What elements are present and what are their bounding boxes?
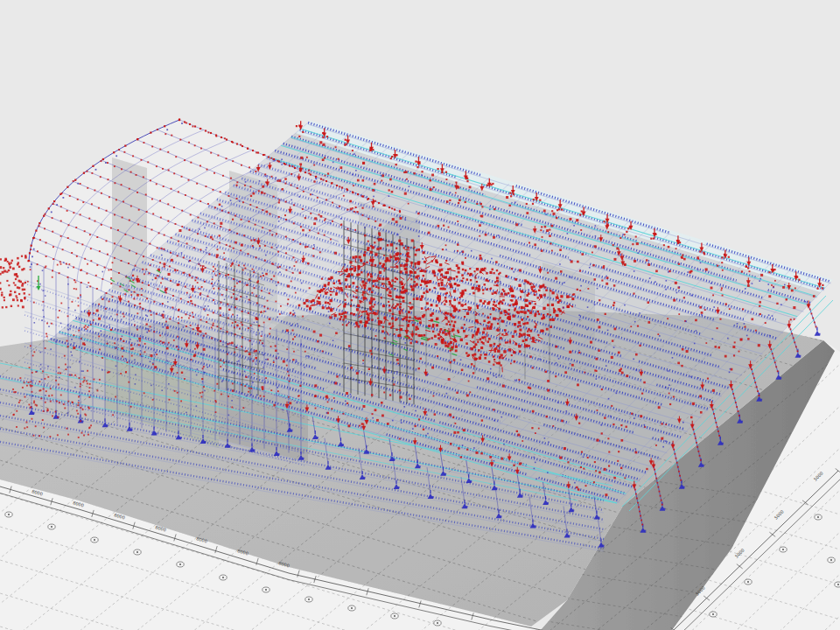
model-scene-svg[interactable]: 8000 8000 8000 8000 8000 8000 8000 5000 … xyxy=(0,0,840,630)
cad-viewport[interactable]: 8000 8000 8000 8000 8000 8000 8000 5000 … xyxy=(0,0,840,630)
